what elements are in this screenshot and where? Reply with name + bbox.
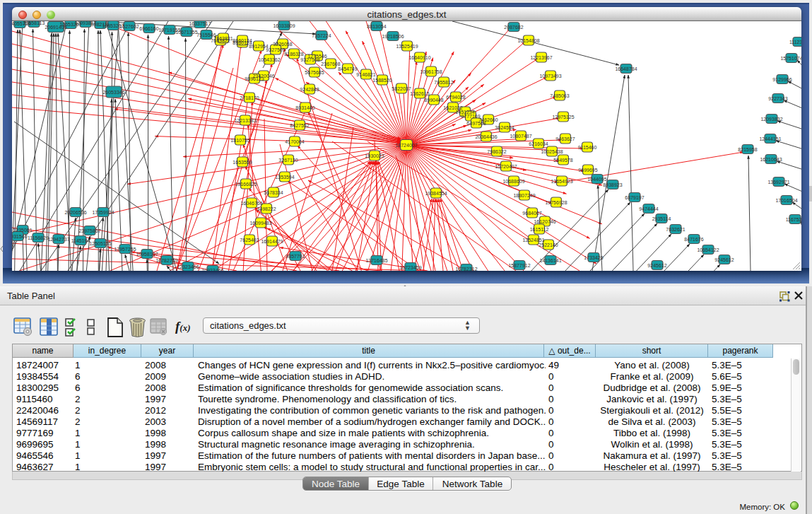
svg-text:9777169: 9777169 xyxy=(461,114,480,119)
svg-text:1653559: 1653559 xyxy=(233,160,252,165)
svg-text:15720407: 15720407 xyxy=(495,164,517,169)
svg-text:23975867: 23975867 xyxy=(78,228,100,233)
svg-text:15877912: 15877912 xyxy=(508,263,530,268)
svg-text:9699695: 9699695 xyxy=(578,168,597,173)
svg-text:10154808: 10154808 xyxy=(517,38,539,43)
svg-text:9463627: 9463627 xyxy=(555,136,575,141)
svg-text:8990448: 8990448 xyxy=(424,98,443,103)
svg-text:16046766: 16046766 xyxy=(240,201,262,206)
svg-text:5678334: 5678334 xyxy=(264,190,283,195)
svg-text:16120746: 16120746 xyxy=(534,219,555,224)
svg-text:9245612: 9245612 xyxy=(647,263,666,268)
svg-text:16210643: 16210643 xyxy=(760,157,782,162)
svg-text:19166825: 19166825 xyxy=(235,182,257,187)
svg-text:10654122: 10654122 xyxy=(697,247,719,252)
svg-text:18807249: 18807249 xyxy=(513,193,535,198)
svg-text:7955812: 7955812 xyxy=(434,80,453,85)
svg-text:9327505: 9327505 xyxy=(266,47,285,52)
svg-text:8454749: 8454749 xyxy=(338,66,357,71)
svg-text:16914479: 16914479 xyxy=(261,239,283,244)
svg-text:1112345: 1112345 xyxy=(789,40,801,45)
svg-text:3226058: 3226058 xyxy=(273,42,292,47)
svg-text:15751074: 15751074 xyxy=(780,56,801,61)
svg-text:2718170: 2718170 xyxy=(240,95,259,100)
svg-text:14136141: 14136141 xyxy=(539,258,561,263)
svg-text:17359924: 17359924 xyxy=(92,210,114,215)
svg-text:17016504: 17016504 xyxy=(775,198,797,203)
svg-text:1930023: 1930023 xyxy=(365,153,384,158)
svg-text:9684067: 9684067 xyxy=(522,211,541,216)
svg-text:1167533: 1167533 xyxy=(786,217,801,222)
svg-text:16640910: 16640910 xyxy=(408,55,430,60)
svg-text:2935114: 2935114 xyxy=(652,216,671,221)
svg-text:12975125: 12975125 xyxy=(552,115,574,119)
svg-text:10543362: 10543362 xyxy=(258,57,280,62)
svg-text:6794028: 6794028 xyxy=(446,95,465,100)
svg-text:10688609: 10688609 xyxy=(502,179,524,184)
svg-text:10723459: 10723459 xyxy=(399,265,421,270)
svg-text:10923466: 10923466 xyxy=(201,268,223,271)
svg-text:9327508: 9327508 xyxy=(300,57,319,62)
svg-text:1145194: 1145194 xyxy=(71,238,90,243)
svg-text:8471676: 8471676 xyxy=(684,237,703,242)
svg-text:19756928: 19756928 xyxy=(545,200,567,205)
svg-text:12942737: 12942737 xyxy=(47,237,69,242)
svg-text:13525419: 13525419 xyxy=(396,44,418,49)
svg-text:12323466: 12323466 xyxy=(177,264,199,269)
svg-text:3624554: 3624554 xyxy=(495,125,514,130)
svg-text:6216034: 6216034 xyxy=(529,141,548,146)
svg-text:9227343: 9227343 xyxy=(768,96,787,101)
svg-text:1810755: 1810755 xyxy=(230,138,249,143)
svg-text:10958107: 10958107 xyxy=(136,252,158,257)
svg-text:12213967: 12213967 xyxy=(530,55,552,60)
svg-text:8215958: 8215958 xyxy=(738,147,757,152)
svg-text:8660124: 8660124 xyxy=(233,38,252,43)
svg-text:13524851: 13524851 xyxy=(522,238,544,243)
svg-text:7663821: 7663821 xyxy=(213,36,233,41)
svg-text:7986322: 7986322 xyxy=(487,149,506,154)
svg-text:9129966: 9129966 xyxy=(772,77,792,82)
svg-text:2522140: 2522140 xyxy=(539,243,558,247)
svg-text:12505135: 12505135 xyxy=(89,241,111,246)
svg-text:5549578: 5549578 xyxy=(553,158,572,163)
svg-text:9474444: 9474444 xyxy=(639,206,658,211)
svg-text:19384554: 19384554 xyxy=(425,191,447,196)
svg-text:10025438: 10025438 xyxy=(541,149,563,154)
svg-text:10973493: 10973493 xyxy=(539,74,561,78)
svg-text:3267130: 3267130 xyxy=(278,158,298,163)
svg-text:10807487: 10807487 xyxy=(510,134,531,139)
svg-text:8031440: 8031440 xyxy=(295,105,314,110)
svg-text:2087682: 2087682 xyxy=(504,25,523,30)
svg-text:6966160: 6966160 xyxy=(139,26,158,31)
svg-text:26053346: 26053346 xyxy=(102,90,124,95)
svg-text:16099483: 16099483 xyxy=(249,221,271,226)
svg-text:13692971: 13692971 xyxy=(767,180,789,185)
svg-text:18724007: 18724007 xyxy=(395,143,417,148)
svg-text:7357224: 7357224 xyxy=(312,33,331,38)
svg-text:9146821: 9146821 xyxy=(356,72,375,77)
svg-text:1353594: 1353594 xyxy=(275,175,294,180)
svg-text:1235061: 1235061 xyxy=(13,228,32,233)
svg-text:6879197: 6879197 xyxy=(625,195,644,200)
svg-text:1527602: 1527602 xyxy=(119,24,139,29)
svg-text:16782759: 16782759 xyxy=(155,258,177,263)
svg-text:16337517: 16337517 xyxy=(189,21,211,26)
svg-text:4170064: 4170064 xyxy=(285,139,304,144)
svg-text:12444151: 12444151 xyxy=(759,136,781,141)
svg-text:9245612: 9245612 xyxy=(714,257,734,262)
svg-text:9115460: 9115460 xyxy=(578,145,597,150)
svg-text:6497568: 6497568 xyxy=(466,121,486,126)
svg-text:7632621: 7632621 xyxy=(666,227,685,232)
svg-text:7625402: 7625402 xyxy=(240,238,259,243)
svg-text:1615112: 1615112 xyxy=(530,227,549,232)
svg-text:1588520: 1588520 xyxy=(372,78,392,83)
svg-text:10961758: 10961758 xyxy=(420,69,442,74)
svg-text:9242848: 9242848 xyxy=(300,87,319,92)
svg-text:20558113: 20558113 xyxy=(23,21,45,25)
svg-text:19218506: 19218506 xyxy=(382,34,404,39)
svg-text:13654923: 13654923 xyxy=(551,179,572,184)
svg-text:1733426: 1733426 xyxy=(584,255,603,260)
svg-text:20364436: 20364436 xyxy=(475,134,497,139)
svg-text:3498222: 3498222 xyxy=(257,206,276,211)
svg-text:7485063: 7485063 xyxy=(550,93,569,98)
